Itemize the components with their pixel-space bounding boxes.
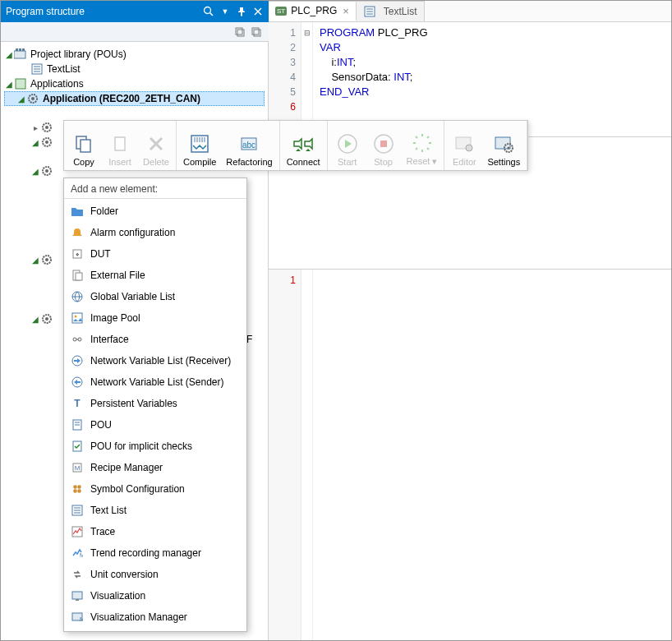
svg-rect-5	[237, 30, 244, 36]
tab-label: PLC_PRG	[291, 5, 337, 16]
svg-text:M: M	[75, 464, 81, 472]
svg-point-55	[75, 316, 77, 318]
menu-item-recipe-manager[interactable]: MRecipe Manager	[64, 457, 246, 478]
menu-item-image-pool[interactable]: Image Pool	[64, 307, 246, 329]
menu-item-trace[interactable]: Trace	[64, 521, 246, 542]
menu-item-icon	[71, 333, 84, 346]
svg-rect-74	[72, 592, 82, 599]
panel-title: Program structure	[6, 6, 85, 17]
textlist-icon	[30, 62, 44, 76]
svg-rect-34	[81, 140, 90, 152]
menu-item-trend-recording-manager[interactable]: MTrend recording manager	[64, 542, 246, 564]
expand-icon[interactable]: ◢	[16, 95, 26, 104]
menu-item-network-variable-list-sender-[interactable]: Network Variable List (Sender)	[64, 371, 246, 393]
copy-button[interactable]: Copy	[66, 122, 102, 168]
menu-item-pou[interactable]: POU	[64, 414, 246, 436]
tree-label: Applications	[30, 78, 84, 90]
stop-button: Stop	[366, 122, 402, 168]
panel-toolbar	[1, 22, 269, 42]
menu-item-icon	[71, 482, 84, 496]
svg-point-26	[45, 258, 48, 261]
menu-item-icon	[71, 376, 84, 389]
textlist-icon	[363, 5, 376, 18]
toolbar-icon-2[interactable]	[251, 26, 262, 38]
library-icon	[14, 48, 27, 61]
pin-icon[interactable]	[236, 6, 247, 17]
refactoring-button[interactable]: abcRefactoring	[221, 122, 277, 168]
menu-item-global-variable-list[interactable]: Global Variable List	[64, 286, 246, 307]
menu-item-icon	[71, 205, 84, 218]
menu-item-alarm-configuration[interactable]: Alarm configuration	[64, 222, 246, 243]
menu-item-label: Visualization	[90, 590, 145, 602]
tree-applications[interactable]: ◢ Applications	[4, 76, 265, 91]
svg-point-48	[508, 147, 510, 150]
line-gutter: 1	[269, 270, 301, 640]
menu-item-network-variable-list-receiver-[interactable]: Network Variable List (Receiver)	[64, 350, 246, 371]
tab-plc-prg[interactable]: ST PLC_PRG ×	[269, 1, 357, 21]
expand-icon[interactable]: ◢	[4, 80, 14, 89]
settings-button[interactable]: Settings	[482, 122, 525, 168]
close-icon[interactable]	[252, 6, 264, 17]
svg-rect-35	[115, 137, 125, 150]
insert-button: Insert	[102, 122, 138, 168]
menu-item-label: Recipe Manager	[90, 462, 163, 473]
connect-button[interactable]: Connect	[282, 122, 325, 168]
expand-icon[interactable]: ◢	[30, 138, 40, 147]
search-icon[interactable]	[203, 6, 214, 17]
gear-icon	[26, 92, 39, 105]
tab-label: TextList	[384, 6, 417, 17]
tree-label: Application (REC200_2ETH_CAN)	[43, 93, 200, 104]
svg-rect-43	[380, 141, 387, 147]
menu-item-dut[interactable]: ⋄DUT	[64, 243, 246, 265]
gear-icon	[40, 164, 53, 178]
svg-point-20	[45, 126, 48, 129]
menu-item-external-file[interactable]: External File	[64, 265, 246, 286]
expand-icon[interactable]: ▸	[30, 123, 40, 132]
tree-project-library[interactable]: ◢ Project library (POUs)	[4, 47, 265, 62]
svg-text:⋄: ⋄	[76, 251, 79, 257]
expand-icon[interactable]: ◢	[4, 50, 14, 59]
applications-icon	[14, 77, 27, 90]
st-badge: ST	[275, 7, 287, 16]
menu-item-label: Trace	[90, 526, 115, 537]
menu-item-icon	[71, 525, 84, 538]
svg-rect-16	[16, 79, 25, 89]
menu-item-text-list[interactable]: Text List	[64, 500, 246, 521]
menu-item-persistent-variables[interactable]: TPersistent Variables	[64, 393, 246, 414]
menu-item-interface[interactable]: Interface	[64, 329, 246, 350]
menu-item-icon: T	[71, 397, 84, 410]
expand-icon[interactable]: ◢	[30, 315, 40, 324]
menu-item-label: POU for implicit checks	[90, 440, 192, 452]
tree-application-selected[interactable]: ◢ Application (REC200_2ETH_CAN)	[4, 91, 265, 106]
expand-icon[interactable]: ◢	[30, 167, 40, 176]
tab-close-icon[interactable]: ×	[343, 5, 349, 17]
menu-item-icon: M	[71, 546, 84, 560]
delete-button: Delete	[138, 122, 174, 168]
compile-button[interactable]: Compile	[178, 122, 221, 168]
svg-rect-54	[72, 313, 82, 323]
gear-icon	[40, 121, 53, 134]
dropdown-icon[interactable]: ▼	[219, 6, 231, 17]
menu-item-icon	[71, 290, 84, 303]
menu-item-visualization[interactable]: Visualization	[64, 585, 246, 606]
toolbar-icon-1[interactable]	[234, 26, 246, 38]
menu-item-icon	[71, 504, 84, 517]
menu-item-label: Trend recording manager	[90, 547, 201, 559]
menu-item-folder[interactable]: Folder	[64, 201, 246, 222]
menu-item-visualization-manager[interactable]: MVisualization Manager	[64, 606, 246, 628]
editor-tabs: ST PLC_PRG × TextList	[269, 1, 671, 22]
expand-icon[interactable]: ◢	[30, 256, 40, 265]
code-area-bottom[interactable]	[313, 270, 326, 640]
gear-icon	[40, 312, 53, 325]
menu-item-label: DUT	[90, 248, 111, 260]
menu-item-label: Persistent Variables	[90, 398, 177, 409]
fold-gutter[interactable]	[301, 270, 313, 640]
tab-textlist[interactable]: TextList	[357, 1, 425, 21]
svg-rect-8	[14, 51, 25, 58]
menu-item-icon	[71, 440, 84, 453]
menu-item-label: Alarm configuration	[90, 227, 175, 238]
menu-item-pou-for-implicit-checks[interactable]: POU for implicit checks	[64, 436, 246, 457]
tree-textlist[interactable]: TextList	[4, 62, 265, 76]
menu-item-symbol-configuration[interactable]: Symbol Configuration	[64, 478, 246, 500]
menu-item-unit-conversion[interactable]: Unit conversion	[64, 564, 246, 585]
